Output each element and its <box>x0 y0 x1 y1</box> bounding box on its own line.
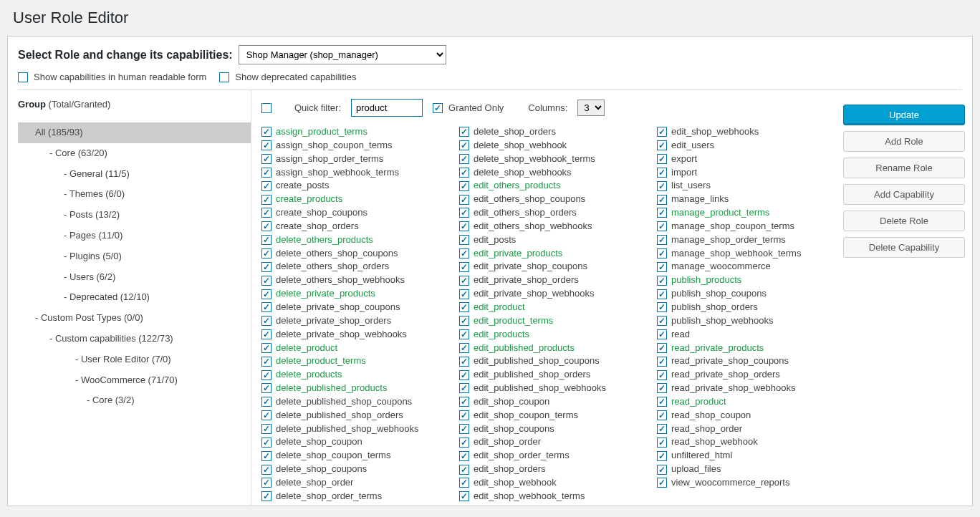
capability-label[interactable]: delete_shop_order_terms <box>276 490 382 503</box>
capability-label[interactable]: edit_shop_coupons <box>474 422 554 436</box>
capability-label[interactable]: manage_shop_webhook_terms <box>671 247 801 261</box>
capability-checkbox[interactable] <box>657 168 667 178</box>
capability-checkbox[interactable] <box>657 181 667 191</box>
capability-checkbox[interactable] <box>657 140 667 150</box>
capability-checkbox[interactable] <box>459 357 469 367</box>
tree-item[interactable]: - Deprecated (12/10) <box>18 287 251 308</box>
capability-checkbox[interactable] <box>459 383 469 393</box>
tree-item[interactable]: - Custom capabilities (122/73) <box>18 329 251 349</box>
show-deprecated[interactable]: Show deprecated capabilities <box>219 72 356 82</box>
capabilities-scroll[interactable]: assign_product_termsassign_shop_coupon_t… <box>261 125 836 505</box>
capability-label[interactable]: manage_product_terms <box>671 206 769 220</box>
tree-item[interactable]: All (185/93) <box>18 122 251 143</box>
capability-label[interactable]: delete_shop_orders <box>474 125 556 139</box>
capability-label[interactable]: delete_published_shop_webhooks <box>276 422 419 436</box>
capability-checkbox[interactable] <box>657 451 667 461</box>
capability-label[interactable]: delete_shop_coupon <box>276 435 362 449</box>
capability-checkbox[interactable] <box>459 491 469 501</box>
tree-item[interactable]: - Users (6/2) <box>18 267 251 288</box>
capability-label[interactable]: view_woocommerce_reports <box>671 476 789 490</box>
capability-label[interactable]: delete_private_products <box>276 287 375 301</box>
capability-checkbox[interactable] <box>459 221 469 231</box>
select-all-checkbox[interactable] <box>261 103 272 113</box>
tree-item[interactable]: - Core (3/2) <box>18 390 251 411</box>
capability-label[interactable]: assign_shop_webhook_terms <box>276 166 399 180</box>
capability-checkbox[interactable] <box>459 451 469 461</box>
tree-item[interactable]: - Posts (13/2) <box>18 205 251 226</box>
capability-label[interactable]: edit_product_terms <box>474 314 553 328</box>
delete-capability-button[interactable]: Delete Capability <box>843 237 965 258</box>
capability-checkbox[interactable] <box>261 451 272 461</box>
capability-label[interactable]: create_products <box>276 193 342 206</box>
tree-item[interactable]: - General (11/5) <box>18 164 251 185</box>
delete-role-button[interactable]: Delete Role <box>843 211 965 231</box>
capability-label[interactable]: manage_woocommerce <box>671 260 771 274</box>
capability-label[interactable]: delete_others_shop_webhooks <box>276 274 405 287</box>
tree-item[interactable]: - WooCommerce (71/70) <box>18 370 251 391</box>
capability-label[interactable]: edit_others_products <box>474 179 560 193</box>
capability-checkbox[interactable] <box>459 140 469 150</box>
capability-checkbox[interactable] <box>261 140 272 150</box>
capability-checkbox[interactable] <box>261 127 272 137</box>
show-human-readable-checkbox[interactable] <box>18 72 28 82</box>
update-button[interactable]: Update <box>843 105 965 125</box>
capability-checkbox[interactable] <box>459 397 469 407</box>
capability-checkbox[interactable] <box>459 329 469 339</box>
capability-label[interactable]: delete_product_terms <box>276 354 366 368</box>
capability-label[interactable]: edit_posts <box>474 233 516 247</box>
capability-label[interactable]: read_private_shop_webhooks <box>671 382 795 395</box>
capability-checkbox[interactable] <box>261 302 272 312</box>
capability-label[interactable]: edit_private_shop_orders <box>474 274 579 287</box>
tree-item[interactable]: - Plugins (5/0) <box>18 246 251 267</box>
capability-label[interactable]: edit_others_shop_coupons <box>474 193 585 206</box>
capability-checkbox[interactable] <box>261 154 272 164</box>
capability-label[interactable]: list_users <box>671 179 711 193</box>
capability-label[interactable]: publish_shop_coupons <box>671 287 767 301</box>
show-deprecated-checkbox[interactable] <box>219 72 229 82</box>
capability-label[interactable]: publish_shop_orders <box>671 301 758 314</box>
capability-checkbox[interactable] <box>261 370 272 380</box>
capability-checkbox[interactable] <box>657 370 667 380</box>
capability-checkbox[interactable] <box>459 248 469 258</box>
capability-label[interactable]: assign_shop_order_terms <box>276 153 383 166</box>
capability-checkbox[interactable] <box>657 289 667 299</box>
capability-label[interactable]: manage_shop_order_terms <box>671 233 786 247</box>
capability-label[interactable]: create_shop_coupons <box>276 206 368 220</box>
add-capability-button[interactable]: Add Capability <box>843 184 965 205</box>
capability-label[interactable]: delete_products <box>276 368 342 382</box>
capability-checkbox[interactable] <box>459 168 469 178</box>
capability-label[interactable]: delete_private_shop_orders <box>276 314 391 328</box>
capability-label[interactable]: edit_shop_order <box>474 435 541 449</box>
capability-label[interactable]: edit_private_shop_webhooks <box>474 287 594 301</box>
capability-checkbox[interactable] <box>657 276 667 286</box>
capability-checkbox[interactable] <box>261 329 272 339</box>
capability-label[interactable]: manage_links <box>671 193 729 206</box>
capability-label[interactable]: assign_product_terms <box>276 125 368 139</box>
capability-checkbox[interactable] <box>261 208 272 218</box>
capability-label[interactable]: delete_private_shop_coupons <box>276 301 400 314</box>
capability-label[interactable]: manage_shop_coupon_terms <box>671 220 794 233</box>
capability-checkbox[interactable] <box>657 302 667 312</box>
capability-checkbox[interactable] <box>261 343 272 353</box>
rename-role-button[interactable]: Rename Role <box>843 158 965 178</box>
capability-label[interactable]: unfiltered_html <box>671 449 732 463</box>
capability-label[interactable]: edit_published_products <box>474 342 575 355</box>
capability-label[interactable]: edit_shop_coupon <box>474 395 549 409</box>
capability-label[interactable]: read <box>671 328 690 342</box>
capability-label[interactable]: publish_products <box>671 274 741 287</box>
capability-label[interactable]: read_product <box>671 395 726 409</box>
capability-checkbox[interactable] <box>657 127 667 137</box>
capability-label[interactable]: delete_shop_webhooks <box>474 166 572 180</box>
capability-checkbox[interactable] <box>657 465 667 475</box>
capability-label[interactable]: read_private_shop_coupons <box>671 354 789 368</box>
capability-label[interactable]: upload_files <box>671 463 721 476</box>
capability-checkbox[interactable] <box>657 438 667 448</box>
capability-checkbox[interactable] <box>459 370 469 380</box>
capability-label[interactable]: delete_product <box>276 342 337 355</box>
capability-checkbox[interactable] <box>657 357 667 367</box>
capability-checkbox[interactable] <box>459 262 469 272</box>
capability-checkbox[interactable] <box>657 316 667 326</box>
capability-label[interactable]: edit_shop_orders <box>474 463 545 476</box>
capability-label[interactable]: read_shop_webhook <box>671 435 758 449</box>
capability-label[interactable]: edit_others_shop_webhooks <box>474 220 592 233</box>
